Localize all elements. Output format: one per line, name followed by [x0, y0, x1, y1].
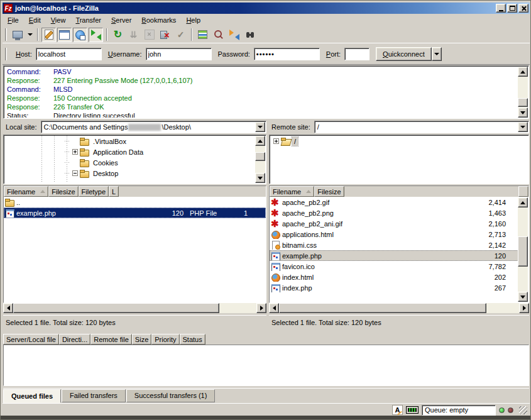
local-tree-item[interactable]: .VirtualBox — [4, 136, 255, 146]
column-header[interactable]: Filesize — [48, 186, 78, 197]
local-hscrollbar-thumb[interactable] — [13, 303, 219, 313]
host-input[interactable] — [36, 48, 102, 60]
log-scrollbar[interactable] — [518, 67, 528, 118]
tree-expander-icon[interactable] — [72, 149, 78, 155]
local-tree-item[interactable]: Desktop — [4, 168, 255, 179]
close-button[interactable] — [518, 4, 528, 13]
reconnect-icon[interactable] — [173, 28, 188, 42]
remote-file-row[interactable]: apache_pb2.gif 2,414 — [270, 197, 518, 207]
minimize-button[interactable] — [496, 4, 506, 13]
scroll-down-icon[interactable] — [518, 108, 528, 118]
queue-tab[interactable]: Successful transfers (1) — [126, 389, 216, 402]
menu-item[interactable]: Help — [181, 14, 205, 26]
remote-file-row[interactable]: apache_pb2_ani.gif 2,160 — [270, 218, 518, 229]
remote-file-row[interactable]: index.html 202 — [270, 272, 518, 282]
column-header[interactable]: Filename — [270, 186, 314, 197]
username-input[interactable] — [146, 48, 212, 60]
transfer-type-icon[interactable]: A — [392, 405, 403, 415]
toolbar-separator[interactable] — [191, 28, 192, 41]
maximize-button[interactable] — [507, 4, 517, 13]
remote-list-scrollbar[interactable] — [518, 197, 528, 302]
toggle-local-tree-icon[interactable] — [57, 28, 72, 42]
local-site-combo[interactable]: C:\Documents and Settings\Desktop\ — [41, 121, 266, 133]
toggle-message-log-icon[interactable] — [41, 28, 56, 42]
queue-tab[interactable]: Queued files — [3, 389, 61, 403]
quickconnect-dropdown[interactable] — [432, 47, 442, 61]
queue-column-header[interactable]: Directi... — [59, 334, 90, 345]
queue-column-header[interactable]: Priority — [151, 334, 179, 345]
tree-expander-icon[interactable] — [72, 170, 78, 176]
remote-hscrollbar-thumb[interactable] — [279, 303, 486, 313]
queue-column-header[interactable]: Remote file — [90, 334, 132, 345]
site-manager-icon[interactable] — [10, 28, 25, 42]
local-tree-scrollbar-thumb[interactable] — [255, 152, 265, 161]
toolbar-separator[interactable] — [106, 28, 107, 41]
menu-item[interactable]: Transfer — [70, 14, 106, 26]
remote-file-row[interactable]: applications.html 2,713 — [270, 229, 518, 240]
file-search-icon[interactable] — [243, 28, 257, 42]
queue-tab[interactable]: Failed transfers — [62, 389, 126, 402]
quickconnect-gripper[interactable] — [5, 48, 7, 60]
scroll-down-icon[interactable] — [518, 292, 528, 302]
title-bar[interactable]: Fz john@localhost - FileZilla — [3, 3, 530, 14]
remote-file-row[interactable]: index.php 267 — [270, 282, 518, 293]
quickconnect-button[interactable]: Quickconnect — [376, 47, 432, 61]
log-scrollbar-thumb[interactable] — [518, 98, 528, 107]
scroll-up-icon[interactable] — [518, 197, 528, 207]
local-file-row[interactable]: .. — [4, 197, 266, 207]
menu-item[interactable]: File — [3, 14, 24, 26]
process-queue-icon[interactable] — [126, 28, 141, 42]
queue-list[interactable] — [3, 345, 529, 386]
remote-file-row[interactable]: favicon.ico 7,782 — [270, 261, 518, 272]
scroll-down-icon[interactable] — [255, 173, 265, 183]
remote-scrollbar-thumb[interactable] — [518, 236, 528, 267]
remote-tree-item[interactable]: / — [270, 136, 528, 146]
disconnect-icon[interactable] — [158, 28, 172, 42]
filter-icon[interactable] — [211, 28, 226, 42]
resize-grip[interactable] — [519, 406, 527, 414]
scroll-up-icon[interactable] — [518, 67, 528, 77]
toolbar-gripper[interactable] — [5, 28, 7, 41]
speed-limit-icon[interactable] — [406, 406, 419, 414]
toolbar-separator[interactable] — [37, 28, 38, 41]
site-manager-dropdown-icon[interactable] — [26, 28, 34, 42]
menu-item[interactable]: Edit — [24, 14, 46, 26]
file-icon — [271, 209, 280, 218]
port-input[interactable] — [344, 48, 370, 60]
scroll-left-icon[interactable] — [3, 303, 13, 313]
column-header[interactable]: Filesize — [314, 186, 344, 197]
password-input[interactable] — [254, 48, 320, 60]
local-tree-scrollbar[interactable] — [255, 136, 265, 183]
directory-comparison-icon[interactable] — [195, 28, 210, 42]
remote-site-dropdown-icon[interactable] — [518, 122, 528, 132]
local-site-dropdown-icon[interactable] — [255, 122, 265, 132]
menu-item[interactable]: Server — [106, 14, 136, 26]
queue-column-header[interactable]: Size — [132, 334, 151, 345]
remote-file-row[interactable]: apache_pb2.png 1,463 — [270, 207, 518, 218]
cancel-operation-icon[interactable] — [142, 28, 156, 42]
column-header[interactable]: Filename — [4, 186, 48, 197]
menu-item[interactable]: Bookmarks — [136, 14, 181, 26]
remote-file-row[interactable]: bitnami.css 2,142 — [270, 240, 518, 250]
remote-site-combo[interactable]: / — [314, 121, 529, 133]
queue-column-header[interactable]: Status — [180, 334, 205, 345]
queue-column-header[interactable]: Server/Local file — [3, 334, 59, 345]
local-file-row[interactable]: example.php 120 PHP File 1 — [4, 207, 266, 218]
tree-expander-icon[interactable] — [273, 138, 279, 144]
scroll-right-icon[interactable] — [256, 303, 266, 313]
local-tree-item[interactable]: Application Data — [4, 146, 255, 157]
toggle-remote-tree-icon[interactable] — [73, 28, 87, 42]
local-tree-item[interactable]: Cookies — [4, 157, 255, 168]
menu-item[interactable]: View — [46, 14, 71, 26]
local-horizontal-scrollbar[interactable] — [3, 303, 266, 313]
remote-horizontal-scrollbar[interactable] — [269, 303, 529, 313]
column-header[interactable]: L — [109, 186, 119, 197]
toggle-queue-icon[interactable] — [89, 28, 103, 42]
synchronized-browsing-icon[interactable] — [227, 28, 241, 42]
scroll-right-icon[interactable] — [519, 303, 529, 313]
scroll-left-icon[interactable] — [269, 303, 279, 313]
column-header[interactable]: Filetype — [79, 186, 109, 197]
scroll-up-icon[interactable] — [255, 136, 265, 146]
refresh-icon[interactable] — [111, 28, 125, 42]
remote-file-row[interactable]: example.php 120 — [270, 250, 518, 261]
